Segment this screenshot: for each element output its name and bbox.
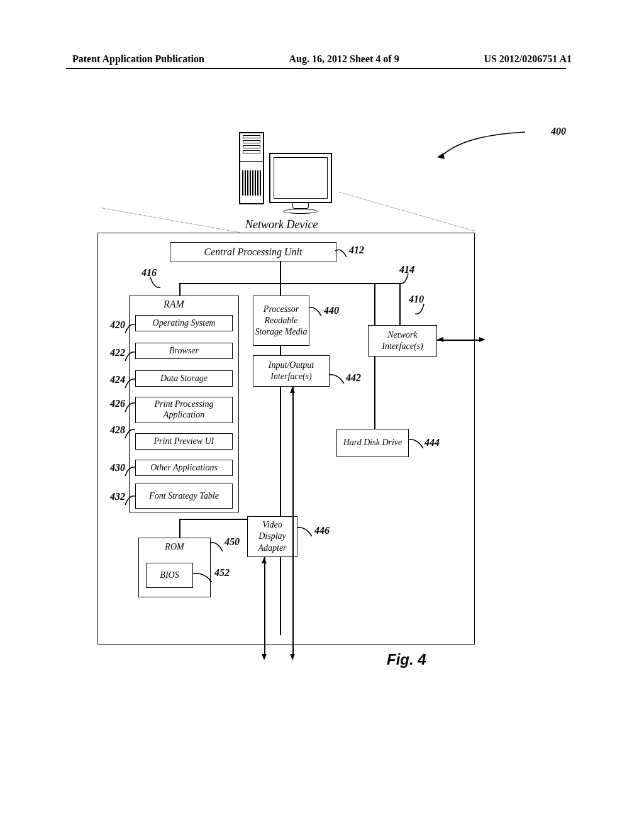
header-right: US 2012/0206751 A1 (484, 53, 572, 65)
ram-print-proc: Print Processing Application (135, 397, 233, 423)
io-arrow-down (290, 654, 295, 660)
header-rule (66, 68, 566, 69)
net-interface-box: Network Interface(s) (368, 325, 437, 357)
rom-bus-v (179, 519, 180, 538)
ref-412: 412 (349, 245, 364, 256)
ref-426: 426 (110, 398, 125, 409)
computer-monitor (269, 153, 332, 203)
ram-data-storage: Data Storage (135, 370, 233, 387)
ref-444: 444 (425, 437, 440, 448)
ram-font-strategy: Font Strategy Table (135, 484, 233, 509)
arrow-to-400 (437, 129, 535, 160)
net-in-arrow (437, 337, 443, 342)
page-header: Patent Application Publication Aug. 16, … (0, 53, 644, 65)
io-bus-v (292, 387, 294, 654)
io-arrow-up (290, 387, 295, 393)
io-box: Input/Output Interface(s) (253, 355, 330, 387)
ram-browser: Browser (135, 343, 233, 359)
computer-icon (239, 132, 336, 217)
ram-label: RAM (164, 299, 184, 310)
net-out-arrow (479, 337, 486, 342)
ref-450: 450 (225, 536, 240, 548)
svg-marker-0 (437, 153, 445, 159)
ram-os: Operating System (135, 315, 233, 331)
ref-446: 446 (314, 525, 330, 536)
bus-to-ram (179, 283, 180, 296)
dotted-line-left (101, 208, 240, 233)
net-out-line (437, 340, 481, 341)
ref-424: 424 (110, 374, 125, 385)
prsm-box: Processor Readable Storage Media (253, 296, 309, 346)
diagram: Network Device 400 Central Processing Un… (97, 123, 475, 657)
ref-422: 422 (110, 347, 125, 358)
ref-400: 400 (551, 126, 566, 137)
figure-label: Fig. 4 (387, 651, 426, 668)
vda-arrow-down (262, 654, 267, 660)
ref-420: 420 (110, 319, 125, 331)
vda-arrow-up (262, 557, 267, 563)
rom-bus-h (179, 519, 247, 520)
hdd-box: Hard Disk Drive (336, 429, 409, 457)
network-device-label: Network Device (245, 218, 318, 231)
bus-to-net (399, 283, 401, 326)
vda-box: Video Display Adapter (247, 516, 297, 557)
horizontal-bus (179, 283, 399, 284)
ref-442: 442 (346, 372, 361, 384)
vda-bus-v (264, 557, 265, 655)
cpu-box: Central Processing Unit (170, 242, 336, 262)
computer-tower (239, 132, 264, 204)
ref-430: 430 (110, 462, 125, 473)
ref-452: 452 (214, 567, 230, 578)
ref-440: 440 (324, 305, 339, 316)
bios-box: BIOS (146, 563, 193, 588)
header-left: Patent Application Publication (72, 53, 204, 65)
ram-other-apps: Other Applications (135, 460, 233, 476)
dotted-line-right (339, 192, 475, 231)
header-center: Aug. 16, 2012 Sheet 4 of 9 (289, 53, 399, 65)
ref-428: 428 (110, 424, 125, 436)
ref-432: 432 (110, 491, 125, 502)
ram-print-preview: Print Preview UI (135, 433, 233, 450)
